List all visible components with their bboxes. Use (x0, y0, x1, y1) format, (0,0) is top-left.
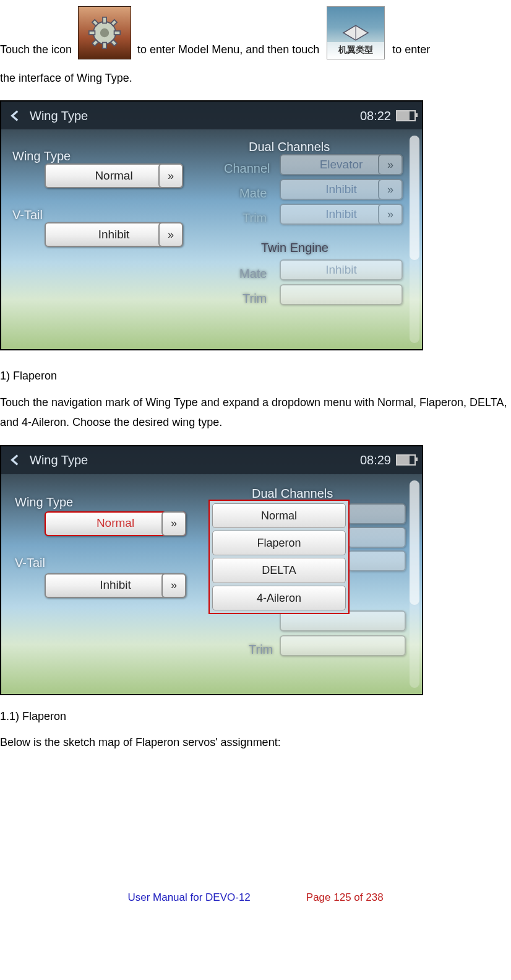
screenshot-wing-type-1: Wing Type 08:22 Wing Type Normal » V-Tai… (0, 100, 423, 350)
trim2-label: Trim (243, 287, 267, 310)
subsection-heading: 1.1) Flaperon (0, 706, 511, 726)
vtail-value: Inhibit (100, 575, 131, 596)
mate1-label: Mate (239, 182, 267, 204)
clock-text: 08:29 (360, 449, 391, 471)
wingtype-icon: 机翼类型 (327, 6, 385, 59)
dropdown-option-delta[interactable]: DELTA (212, 558, 346, 583)
vtail-selector[interactable]: Inhibit » (45, 573, 186, 598)
vtail-value: Inhibit (98, 224, 130, 245)
screen-title: Wing Type (30, 449, 88, 471)
wing-type-section-label: Wing Type (15, 491, 73, 513)
screenshot-wing-type-2: Wing Type 08:29 Wing Type Normal » V-Tai… (0, 445, 423, 695)
titlebar: Wing Type 08:22 (1, 102, 422, 129)
tail-paragraph: Below is the sketch map of Flaperon serv… (0, 732, 511, 752)
vtail-selector[interactable]: Inhibit » (45, 222, 183, 247)
battery-icon (396, 454, 416, 466)
intro-text-3: to enter (392, 40, 430, 59)
chevron-right-icon: » (378, 204, 403, 225)
svg-rect-3 (89, 31, 95, 35)
bg-disabled-field (348, 503, 406, 524)
svg-rect-1 (103, 17, 106, 24)
section-1-heading: 1) Flaperon (0, 366, 511, 386)
scrollbar[interactable] (410, 480, 419, 688)
trim2-label: Trim (249, 638, 273, 661)
mate1-selector[interactable]: Inhibit » (280, 179, 403, 200)
chevron-right-icon[interactable]: » (161, 511, 186, 536)
channel-label: Channel (224, 157, 270, 180)
channel-value: Elevator (320, 154, 363, 175)
trim2-selector[interactable] (280, 284, 403, 305)
wingtype-icon-label: 机翼类型 (327, 42, 384, 58)
bg-disabled-field (348, 527, 406, 548)
mate1-value: Inhibit (325, 179, 357, 200)
vtail-section-label: V-Tail (15, 552, 45, 574)
gear-icon (78, 6, 131, 59)
footer-page: Page 125 of 238 (306, 888, 384, 908)
chevron-right-icon[interactable]: » (161, 573, 186, 598)
chevron-right-icon[interactable]: » (158, 163, 183, 188)
titlebar: Wing Type 08:29 (1, 446, 422, 474)
intro-text-1: Touch the icon (0, 40, 72, 59)
dropdown-option-flaperon[interactable]: Flaperon (212, 531, 346, 555)
back-arrow-icon[interactable] (7, 452, 24, 468)
clock-text: 08:22 (360, 105, 391, 127)
section-1-paragraph: Touch the navigation mark of Wing Type a… (0, 392, 511, 433)
mate2-label: Mate (239, 262, 267, 285)
trim1-label: Trim (243, 207, 267, 229)
wing-type-value: Normal (97, 513, 134, 534)
intro-paragraph: Touch the icon to enter Model Menu, and … (0, 6, 511, 59)
wing-type-value: Normal (95, 165, 132, 186)
mate2-value: Inhibit (325, 259, 357, 280)
intro-line2: the interface of Wing Type. (0, 68, 511, 88)
svg-rect-4 (114, 31, 121, 35)
wing-type-dropdown[interactable]: Normal Flaperon DELTA 4-Aileron (208, 500, 350, 615)
twin-engine-label: Twin Engine (261, 236, 328, 259)
chevron-right-icon: » (378, 154, 403, 175)
svg-rect-5 (92, 20, 98, 26)
wing-type-selector-open[interactable]: Normal » (45, 511, 186, 536)
intro-text-2: to enter Model Menu, and then touch (137, 40, 319, 59)
scrollbar[interactable] (410, 136, 419, 343)
svg-point-9 (100, 28, 109, 37)
bg-disabled-field (280, 635, 406, 656)
footer-title: User Manual for DEVO-12 (127, 888, 250, 908)
page-footer: User Manual for DEVO-12 Page 125 of 238 (0, 888, 511, 926)
svg-rect-2 (103, 43, 106, 49)
vtail-section-label: V-Tail (12, 204, 43, 226)
dropdown-option-4aileron[interactable]: 4-Aileron (212, 586, 346, 610)
screen-title: Wing Type (30, 105, 88, 127)
chevron-right-icon[interactable]: » (158, 222, 183, 247)
bg-disabled-field (348, 550, 406, 571)
svg-rect-8 (111, 40, 117, 46)
channel-selector[interactable]: Elevator » (280, 154, 403, 175)
dropdown-option-normal[interactable]: Normal (212, 503, 346, 528)
mate2-selector[interactable]: Inhibit (280, 259, 403, 280)
trim1-value: Inhibit (325, 204, 357, 225)
svg-rect-6 (111, 20, 117, 26)
chevron-right-icon: » (378, 179, 403, 200)
trim1-selector[interactable]: Inhibit » (280, 204, 403, 225)
battery-icon (396, 110, 416, 121)
back-arrow-icon[interactable] (7, 108, 24, 124)
svg-rect-7 (92, 40, 98, 46)
wing-type-selector[interactable]: Normal » (45, 163, 183, 188)
